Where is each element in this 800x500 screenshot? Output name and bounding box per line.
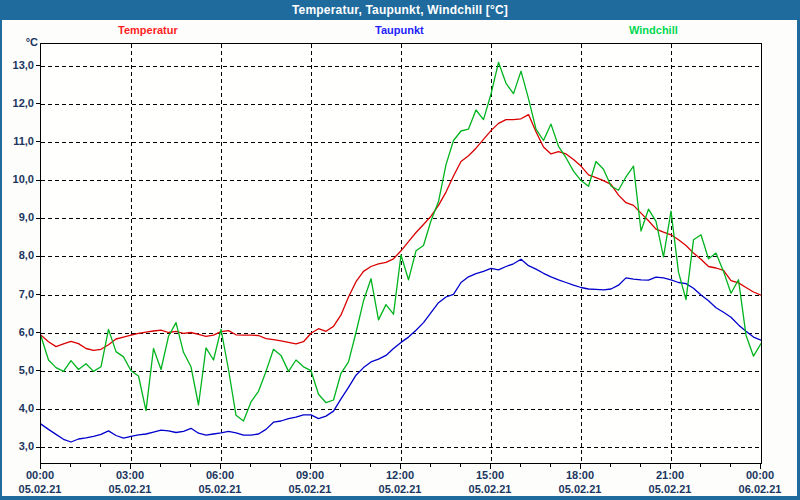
y-tick-mark bbox=[36, 332, 40, 333]
x-tick-date: 05.02.21 bbox=[649, 482, 692, 496]
legend: Temperatur Taupunkt Windchill bbox=[0, 24, 800, 39]
x-tick-time: 09:00 bbox=[289, 468, 332, 482]
y-tick-mark bbox=[36, 65, 40, 66]
x-tick-label: 00:0006.02.21 bbox=[739, 468, 782, 496]
y-tick-label: 11,0 bbox=[4, 135, 34, 147]
y-tick-mark bbox=[36, 447, 40, 448]
x-major-tick-mark bbox=[490, 464, 491, 469]
x-tick-label: 21:0005.02.21 bbox=[649, 468, 692, 496]
y-tick-label: 4,0 bbox=[4, 402, 34, 414]
x-major-tick-mark bbox=[580, 464, 581, 469]
y-tick-label: 7,0 bbox=[4, 288, 34, 300]
y-tick-label: 12,0 bbox=[4, 97, 34, 109]
x-minor-tick-mark bbox=[160, 464, 161, 467]
x-major-tick-mark bbox=[670, 464, 671, 469]
y-tick-mark bbox=[36, 294, 40, 295]
window-title: Temperatur, Taupunkt, Windchill [°C] bbox=[292, 3, 508, 17]
y-tick-mark bbox=[36, 103, 40, 104]
series-taupunkt bbox=[41, 259, 761, 442]
x-minor-tick-mark bbox=[340, 464, 341, 467]
x-minor-tick-mark bbox=[730, 464, 731, 467]
x-tick-date: 05.02.21 bbox=[199, 482, 242, 496]
x-major-tick-mark bbox=[40, 464, 41, 469]
x-tick-label: 06:0005.02.21 bbox=[199, 468, 242, 496]
x-tick-date: 05.02.21 bbox=[379, 482, 422, 496]
x-minor-tick-mark bbox=[520, 464, 521, 467]
legend-item-temperatur: Temperatur bbox=[118, 24, 178, 36]
window-border-left bbox=[0, 0, 2, 500]
y-axis-unit-label: °C bbox=[10, 36, 38, 48]
x-minor-tick-mark bbox=[250, 464, 251, 467]
chart-window: Temperatur, Taupunkt, Windchill [°C] Tem… bbox=[0, 0, 800, 500]
x-tick-label: 12:0005.02.21 bbox=[379, 468, 422, 496]
x-tick-time: 18:00 bbox=[559, 468, 602, 482]
x-minor-tick-mark bbox=[430, 464, 431, 467]
y-tick-label: 5,0 bbox=[4, 364, 34, 376]
x-minor-tick-mark bbox=[640, 464, 641, 467]
x-minor-tick-mark bbox=[460, 464, 461, 467]
y-tick-label: 9,0 bbox=[4, 211, 34, 223]
x-minor-tick-mark bbox=[370, 464, 371, 467]
legend-item-windchill: Windchill bbox=[629, 24, 678, 36]
x-tick-date: 05.02.21 bbox=[469, 482, 512, 496]
y-tick-mark bbox=[36, 180, 40, 181]
y-tick-mark bbox=[36, 370, 40, 371]
y-tick-mark bbox=[36, 218, 40, 219]
x-tick-label: 18:0005.02.21 bbox=[559, 468, 602, 496]
x-major-tick-mark bbox=[760, 464, 761, 469]
plot-area bbox=[40, 43, 762, 464]
x-minor-tick-mark bbox=[700, 464, 701, 467]
x-major-tick-mark bbox=[310, 464, 311, 469]
x-minor-tick-mark bbox=[190, 464, 191, 467]
chart-canvas bbox=[41, 44, 761, 463]
x-tick-time: 15:00 bbox=[469, 468, 512, 482]
y-tick-label: 13,0 bbox=[4, 59, 34, 71]
y-tick-label: 3,0 bbox=[4, 440, 34, 452]
title-bar: Temperatur, Taupunkt, Windchill [°C] bbox=[0, 0, 800, 20]
x-minor-tick-mark bbox=[550, 464, 551, 467]
y-tick-mark bbox=[36, 141, 40, 142]
x-tick-label: 00:0005.02.21 bbox=[19, 468, 62, 496]
x-minor-tick-mark bbox=[100, 464, 101, 467]
x-tick-date: 05.02.21 bbox=[559, 482, 602, 496]
y-tick-label: 6,0 bbox=[4, 326, 34, 338]
x-tick-date: 05.02.21 bbox=[19, 482, 62, 496]
x-minor-tick-mark bbox=[280, 464, 281, 467]
x-tick-time: 12:00 bbox=[379, 468, 422, 482]
y-tick-label: 8,0 bbox=[4, 249, 34, 261]
x-tick-label: 09:0005.02.21 bbox=[289, 468, 332, 496]
x-tick-time: 00:00 bbox=[739, 468, 782, 482]
x-tick-time: 06:00 bbox=[199, 468, 242, 482]
x-tick-time: 03:00 bbox=[109, 468, 152, 482]
x-tick-label: 15:0005.02.21 bbox=[469, 468, 512, 496]
x-tick-date: 06.02.21 bbox=[739, 482, 782, 496]
x-minor-tick-mark bbox=[70, 464, 71, 467]
x-tick-time: 00:00 bbox=[19, 468, 62, 482]
y-tick-label: 10,0 bbox=[4, 173, 34, 185]
legend-item-taupunkt: Taupunkt bbox=[375, 24, 424, 36]
y-tick-mark bbox=[36, 409, 40, 410]
x-tick-date: 05.02.21 bbox=[289, 482, 332, 496]
x-tick-date: 05.02.21 bbox=[109, 482, 152, 496]
window-border-bottom bbox=[0, 496, 800, 500]
x-major-tick-mark bbox=[400, 464, 401, 469]
y-tick-mark bbox=[36, 256, 40, 257]
x-major-tick-mark bbox=[130, 464, 131, 469]
x-major-tick-mark bbox=[220, 464, 221, 469]
x-minor-tick-mark bbox=[610, 464, 611, 467]
x-tick-time: 21:00 bbox=[649, 468, 692, 482]
x-tick-label: 03:0005.02.21 bbox=[109, 468, 152, 496]
